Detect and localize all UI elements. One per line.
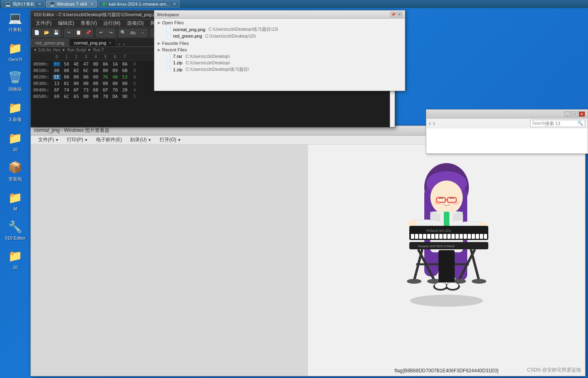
svg-rect-35 bbox=[472, 234, 475, 239]
fe-search-box[interactable]: Search 🔍 bbox=[530, 120, 585, 127]
desktop-icon-10b[interactable]: 📁 10 bbox=[1, 246, 30, 271]
svg-rect-29 bbox=[447, 234, 451, 239]
favorite-files-label: Favorite Files bbox=[162, 41, 189, 46]
toolbar-redo[interactable]: ↪ bbox=[106, 29, 115, 37]
ws-1zip-b-name: 1.zip bbox=[173, 67, 182, 72]
workspace-titlebar: Workspace 📌 ✕ bbox=[154, 11, 405, 19]
toolbar-sep4 bbox=[149, 29, 149, 36]
svg-point-49 bbox=[472, 279, 486, 284]
file-icon-red-green: 📄 bbox=[166, 33, 171, 39]
ws-file-red-green[interactable]: 📄 red_green.png C:\Users\ccb\Desktop\10\ bbox=[158, 33, 402, 39]
ws-recent-files-header[interactable]: ▶ Recent Files bbox=[158, 47, 402, 52]
desktop-icon-010editor[interactable]: 🔧 010 Editor bbox=[1, 217, 30, 242]
fe-controls: _ □ ✕ bbox=[564, 111, 585, 117]
tab-red-green[interactable]: red_green.png bbox=[31, 38, 69, 47]
watermark-text: CSDN @安静宅男爱蓝猫 bbox=[527, 367, 581, 374]
desktop-icon-computer[interactable]: 💻 计算机 bbox=[1, 8, 30, 34]
toolbar-open[interactable]: 📂 bbox=[42, 29, 51, 37]
desktop-icon-oem7f[interactable]: 📁 Oem7f bbox=[1, 38, 30, 64]
ws-7rar-name: 7.rar bbox=[173, 54, 182, 59]
desktop-icon-recycle[interactable]: 🗑️ 回收站 bbox=[1, 68, 30, 94]
toolbar-cut[interactable]: ✂ bbox=[64, 29, 73, 37]
toolbar-new[interactable]: 📄 bbox=[32, 29, 41, 37]
fe-toolbar: ‹ › Search 🔍 bbox=[426, 119, 588, 128]
menu-search[interactable]: 查看(V) bbox=[77, 19, 100, 28]
folder-misc-icon: 📁 bbox=[7, 100, 24, 116]
ws-favorite-files-header[interactable]: ▶ Favorite Files bbox=[158, 41, 402, 46]
photo-menu-print-label: 打印(P) bbox=[67, 136, 83, 143]
svg-text:Roland JUPITER-STAGE: Roland JUPITER-STAGE bbox=[418, 244, 455, 248]
fe-forward-button[interactable]: › bbox=[433, 119, 435, 127]
svg-rect-22 bbox=[419, 234, 422, 239]
menu-options[interactable]: 选项(O) bbox=[124, 19, 147, 28]
svg-rect-33 bbox=[464, 234, 467, 239]
photo-menu-file-arrow: ▼ bbox=[55, 138, 59, 142]
menu-run[interactable]: 运行(M) bbox=[100, 19, 124, 28]
toolbar-paste[interactable]: 📌 bbox=[84, 29, 93, 37]
toolbar-save[interactable]: 💾 bbox=[52, 29, 61, 37]
toolbar-sep3 bbox=[117, 29, 117, 36]
tab-close-normal[interactable]: ✕ bbox=[109, 41, 112, 45]
tab-nav-forward[interactable]: › bbox=[122, 42, 126, 47]
fe-search-input[interactable] bbox=[545, 121, 577, 126]
workspace-close-button[interactable]: ✕ bbox=[397, 12, 402, 17]
tab-normal-png[interactable]: normal_png.png ✕ bbox=[70, 38, 117, 47]
desktop-icon-installer[interactable]: 📦 安装包 bbox=[1, 157, 30, 184]
ws-file-normal-png[interactable]: 📄 normal_png.png C:\Users\ccb\Desktop\练习… bbox=[158, 26, 402, 33]
file-explorer-window: _ □ ✕ ‹ › Search 🔍 bbox=[426, 109, 588, 154]
photo-menu-open[interactable]: 打开(O) ▼ bbox=[156, 136, 185, 144]
photo-menu-file[interactable]: 文件(F) ▼ bbox=[34, 136, 63, 144]
svg-point-55 bbox=[410, 295, 483, 307]
ws-red-green-path: C:\Users\ccb\Desktop\10\ bbox=[205, 34, 256, 38]
toolbar-goto[interactable]: → bbox=[138, 29, 147, 37]
workspace-pin-button[interactable]: 📌 bbox=[390, 12, 396, 17]
photo-menu-print[interactable]: 打印(P) ▼ bbox=[63, 136, 92, 144]
photo-menu-burn-label: 刻录(U) bbox=[130, 136, 147, 143]
fe-maximize-button[interactable]: □ bbox=[571, 111, 578, 117]
toolbar-find[interactable]: 🔍 bbox=[119, 29, 128, 37]
svg-point-4 bbox=[430, 181, 463, 214]
svg-rect-24 bbox=[427, 234, 430, 239]
toolbar-copy[interactable]: 📋 bbox=[74, 29, 83, 37]
svg-rect-20 bbox=[411, 234, 414, 239]
taskbar-tab-my-computer[interactable]: 💻 我的计算机 ✕ bbox=[2, 0, 45, 8]
desktop-icon-m[interactable]: 📁 M bbox=[1, 188, 30, 213]
toolbar-undo[interactable]: ↩ bbox=[96, 29, 105, 37]
taskbar-tab-kali[interactable]: 🐉 kali-linux-2024.1-vmware-am... ✕ bbox=[98, 0, 180, 8]
toolbar-replace[interactable]: Ab bbox=[128, 29, 137, 37]
fe-back-button[interactable]: ‹ bbox=[429, 119, 431, 127]
taskbar-tab-win7[interactable]: 🖥️ Windows 7 x64 ✕ bbox=[46, 0, 97, 8]
photo-menu-burn[interactable]: 刻录(U) ▼ bbox=[126, 136, 156, 144]
ws-normal-png-path: C:\Users\ccb\Desktop\练习题目\13\ bbox=[209, 26, 278, 32]
editor-icon: 🔧 bbox=[7, 219, 24, 235]
tab-close-icon-2[interactable]: ✕ bbox=[90, 2, 94, 6]
photo-menu-burn-arrow: ▼ bbox=[148, 138, 152, 142]
tab-close-icon-3[interactable]: ✕ bbox=[173, 2, 176, 6]
desktop: 💻 我的计算机 ✕ 🖥️ Windows 7 x64 ✕ 🐉 kali-linu… bbox=[0, 0, 588, 378]
hex-row-5: 0050h: 69 6C 65 00 00 78 DA 9D 5 bbox=[31, 93, 395, 100]
recent-files-label: Recent Files bbox=[162, 47, 187, 52]
taskbar: 💻 我的计算机 ✕ 🖥️ Windows 7 x64 ✕ 🐉 kali-linu… bbox=[0, 0, 588, 8]
tab-close-icon[interactable]: ✕ bbox=[38, 2, 41, 6]
fe-search-icon[interactable]: 🔍 bbox=[577, 121, 583, 126]
ws-recent-files-section: ▶ Recent Files 📄 7.rar C:\Users\ccb\Desk… bbox=[158, 47, 402, 73]
ws-file-1zip-b[interactable]: 📄 1.zip C:\Users\ccb\Desktop\练习题目\ bbox=[158, 66, 402, 73]
menu-file[interactable]: 文件(F) bbox=[32, 19, 55, 28]
favorite-files-arrow-icon: ▶ bbox=[158, 41, 160, 45]
ws-open-files-header[interactable]: ▶ Open Files bbox=[158, 20, 402, 25]
ws-file-7rar[interactable]: 📄 7.rar C:\Users\ccb\Desktop\ bbox=[158, 53, 402, 59]
workspace-panel: Workspace 📌 ✕ ▶ Open Files 📄 normal_png.… bbox=[154, 10, 405, 91]
fe-close-button[interactable]: ✕ bbox=[579, 111, 585, 117]
ws-file-1zip[interactable]: 📄 1.zip C:\Users\ccb\Desktop\ bbox=[158, 59, 402, 66]
tab-nav-back[interactable]: ‹ bbox=[117, 42, 122, 47]
svg-point-46 bbox=[407, 279, 421, 284]
desktop-icon-misc[interactable]: 📁 3.杂项 bbox=[1, 98, 30, 124]
fe-minimize-button[interactable]: _ bbox=[564, 111, 571, 117]
file-icon-normal: 📄 bbox=[166, 27, 171, 32]
menu-edit[interactable]: 编辑(E) bbox=[55, 19, 77, 28]
desktop-icon-10[interactable]: 📁 10 bbox=[1, 128, 30, 153]
photo-menu-email[interactable]: 电子邮件(E) bbox=[92, 136, 126, 144]
open-files-label: Open Files bbox=[162, 20, 184, 25]
sub-col-1: ▼ Edit As: Hex ▼ bbox=[33, 48, 66, 52]
fe-search-label: Search bbox=[532, 121, 545, 125]
